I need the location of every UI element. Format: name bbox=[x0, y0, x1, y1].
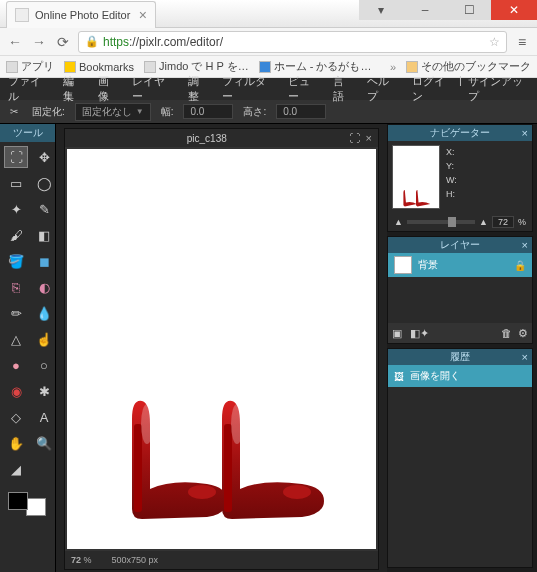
navigator-thumb[interactable] bbox=[392, 145, 440, 209]
fixed-dropdown[interactable]: 固定化なし▼ bbox=[75, 103, 151, 121]
history-row[interactable]: 🖼 画像を開く bbox=[388, 365, 532, 387]
window-close-button[interactable]: ✕ bbox=[491, 0, 537, 20]
apps-bookmark[interactable]: アプリ bbox=[6, 59, 54, 74]
redeye-tool[interactable]: ◉ bbox=[4, 380, 28, 402]
smudge-tool[interactable]: ☝ bbox=[32, 328, 56, 350]
type-tool[interactable]: A bbox=[32, 406, 56, 428]
menu-help[interactable]: ヘルプ bbox=[367, 74, 398, 104]
maximize-icon[interactable]: ⛶ bbox=[349, 132, 360, 144]
close-icon[interactable]: × bbox=[522, 125, 528, 141]
app-menubar: ファイル 編集 画像 レイヤー 調整 フィルター ビュー 言語 ヘルプ ログイン… bbox=[0, 78, 537, 100]
gradient-tool[interactable]: ◼ bbox=[32, 250, 56, 272]
close-icon[interactable]: × bbox=[522, 237, 528, 253]
svg-point-5 bbox=[231, 404, 243, 444]
svg-point-2 bbox=[188, 485, 216, 499]
tools-panel: ツール ⛶ ✥ ▭ ◯ ✦ ✎ 🖌 ◧ 🪣 ◼ ⎘ ◐ ✏ 💧 △ ☝ ● ○ bbox=[0, 124, 56, 572]
eraser-tool[interactable]: ◧ bbox=[32, 224, 56, 246]
clone-tool[interactable]: ⎘ bbox=[4, 276, 28, 298]
layer-row[interactable]: 背景 🔒 bbox=[388, 253, 532, 277]
pixlr-app: ファイル 編集 画像 レイヤー 調整 フィルター ビュー 言語 ヘルプ ログイン… bbox=[0, 78, 537, 572]
menu-lang[interactable]: 言語 bbox=[333, 74, 354, 104]
overflow-chevron-icon[interactable]: » bbox=[390, 61, 396, 73]
other-bookmarks[interactable]: その他のブックマーク bbox=[406, 59, 531, 74]
delete-layer-icon[interactable]: 🗑 bbox=[501, 327, 512, 340]
canvas[interactable] bbox=[67, 149, 376, 549]
url-input[interactable]: 🔒 https://pixlr.com/editor/ ☆ bbox=[78, 31, 507, 53]
history-label: 画像を開く bbox=[410, 369, 460, 383]
bookmark-item[interactable]: Jimdo で H P を… bbox=[144, 59, 249, 74]
canvas-dims: 500x750 px bbox=[112, 555, 159, 565]
layers-title: レイヤー bbox=[440, 239, 480, 250]
zoom-in-icon[interactable]: ▲ bbox=[479, 217, 488, 227]
menu-button[interactable]: ≡ bbox=[513, 33, 531, 51]
bookmark-star-icon[interactable]: ☆ bbox=[489, 35, 500, 49]
document-window: pic_c138 ⛶ × bbox=[64, 128, 379, 570]
zoom-out-icon[interactable]: ▲ bbox=[394, 217, 403, 227]
tab-title: Online Photo Editor bbox=[35, 9, 130, 21]
image-icon: 🖼 bbox=[394, 371, 404, 382]
bookmark-item[interactable]: Bookmarks bbox=[64, 61, 134, 73]
pencil-tool[interactable]: ✎ bbox=[32, 198, 56, 220]
blur-tool[interactable]: 💧 bbox=[32, 302, 56, 324]
lock-icon[interactable]: 🔒 bbox=[514, 260, 526, 271]
browser-tab[interactable]: Online Photo Editor × bbox=[6, 1, 156, 28]
login-link[interactable]: ログイン bbox=[412, 74, 453, 104]
height-input[interactable]: 0.0 bbox=[276, 104, 326, 119]
signup-link[interactable]: サインアップ bbox=[468, 74, 529, 104]
crop-tool[interactable]: ⛶ bbox=[4, 146, 28, 168]
menu-filter[interactable]: フィルター bbox=[222, 74, 274, 104]
replace-tool[interactable]: ◐ bbox=[32, 276, 56, 298]
layers-panel: レイヤー× 背景 🔒 ▣ ◧✦ 🗑 ⚙ bbox=[387, 236, 533, 344]
menu-file[interactable]: ファイル bbox=[8, 74, 49, 104]
navigator-info: X:Y: W:H: bbox=[446, 145, 457, 209]
bookmark-item[interactable]: ホーム - かるがも… bbox=[259, 59, 372, 74]
bg-color-swatch[interactable] bbox=[26, 498, 46, 516]
wand-tool[interactable]: ✦ bbox=[4, 198, 28, 220]
sponge-tool[interactable]: ● bbox=[4, 354, 28, 376]
zoom-value: 72 bbox=[492, 216, 514, 228]
draw-tool[interactable]: ✏ bbox=[4, 302, 28, 324]
menu-layer[interactable]: レイヤー bbox=[132, 74, 173, 104]
new-layer-icon[interactable]: ▣ bbox=[392, 327, 402, 340]
back-button[interactable]: ← bbox=[6, 33, 24, 51]
menu-adjust[interactable]: 調整 bbox=[188, 74, 209, 104]
tab-close-icon[interactable]: × bbox=[139, 7, 147, 23]
eyedropper-tool[interactable]: ◢ bbox=[4, 458, 28, 480]
width-input[interactable]: 0.0 bbox=[183, 104, 233, 119]
layer-settings-icon[interactable]: ⚙ bbox=[518, 327, 528, 340]
fill-tool[interactable]: 🪣 bbox=[4, 250, 28, 272]
window-minimize-button[interactable]: – bbox=[403, 0, 447, 20]
history-panel: 履歴× 🖼 画像を開く bbox=[387, 348, 533, 568]
zoom-value: 72 bbox=[71, 555, 81, 565]
close-icon[interactable]: × bbox=[522, 349, 528, 365]
dodge-tool[interactable]: ○ bbox=[32, 354, 56, 376]
shape-tool[interactable]: ◇ bbox=[4, 406, 28, 428]
forward-button[interactable]: → bbox=[30, 33, 48, 51]
document-title: pic_c138 bbox=[71, 133, 343, 144]
sharpen-tool[interactable]: △ bbox=[4, 328, 28, 350]
spot-tool[interactable]: ✱ bbox=[32, 380, 56, 402]
window-maximize-button[interactable]: ☐ bbox=[447, 0, 491, 20]
move-tool[interactable]: ✥ bbox=[32, 146, 56, 168]
page-icon bbox=[259, 61, 271, 73]
zoom-slider[interactable]: ▲ ▲ 72 % bbox=[388, 213, 532, 231]
reload-button[interactable]: ⟳ bbox=[54, 33, 72, 51]
menu-view[interactable]: ビュー bbox=[288, 74, 319, 104]
close-icon[interactable]: × bbox=[366, 132, 372, 144]
canvas-area: pic_c138 ⛶ × bbox=[56, 124, 387, 572]
menu-edit[interactable]: 編集 bbox=[63, 74, 84, 104]
color-swatches[interactable] bbox=[4, 490, 48, 518]
fg-color-swatch[interactable] bbox=[8, 492, 28, 510]
zoom-tool[interactable]: 🔍 bbox=[32, 432, 56, 454]
brush-tool[interactable]: 🖌 bbox=[4, 224, 28, 246]
document-titlebar[interactable]: pic_c138 ⛶ × bbox=[65, 129, 378, 147]
window-user-button[interactable]: ▾ bbox=[359, 0, 403, 20]
navigator-panel: ナビゲーター× X:Y: W:H: ▲ ▲ 72 % bbox=[387, 124, 533, 232]
marquee-tool[interactable]: ▭ bbox=[4, 172, 28, 194]
lasso-tool[interactable]: ◯ bbox=[32, 172, 56, 194]
menu-image[interactable]: 画像 bbox=[98, 74, 119, 104]
chevron-down-icon: ▼ bbox=[136, 107, 144, 116]
layer-mask-icon[interactable]: ◧✦ bbox=[410, 327, 429, 340]
hand-tool[interactable]: ✋ bbox=[4, 432, 28, 454]
navigator-title: ナビゲーター bbox=[430, 127, 490, 138]
